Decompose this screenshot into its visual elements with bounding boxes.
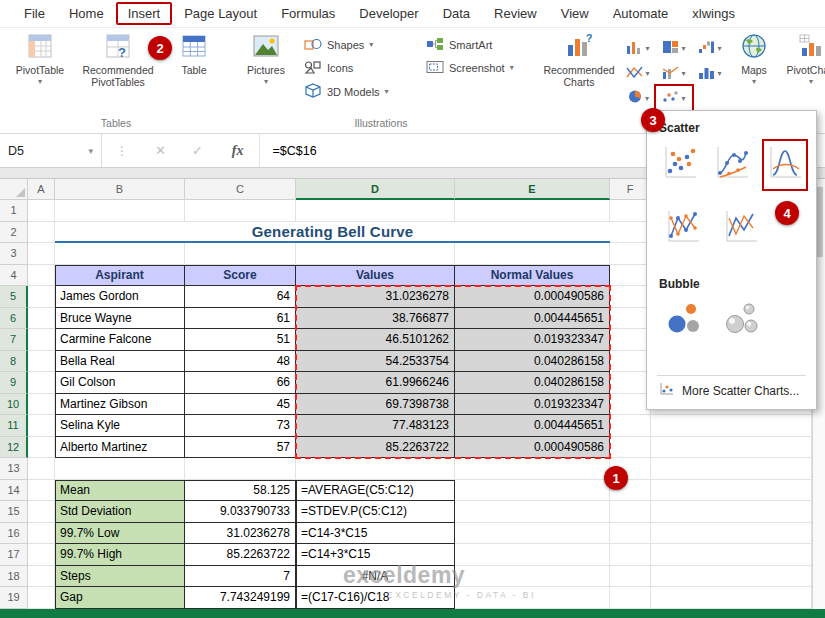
recommended-charts-button[interactable]: ? Recommended Charts xyxy=(538,28,620,89)
tab-page-layout[interactable]: Page Layout xyxy=(172,2,269,25)
cell-A13[interactable] xyxy=(28,458,55,480)
cell-D15[interactable]: =STDEV.P(C5:C12) xyxy=(296,501,455,523)
cell-D18[interactable]: #N/A xyxy=(296,566,455,588)
cell-D6[interactable]: 38.766877 xyxy=(296,308,455,330)
enter-icon[interactable]: ✓ xyxy=(179,143,216,158)
cell-E17[interactable] xyxy=(455,544,610,566)
cell-E10[interactable]: 0.019323347 xyxy=(455,394,610,416)
cell-D12[interactable]: 85.2263722 xyxy=(296,437,455,459)
cell-D1[interactable] xyxy=(296,200,455,222)
cell-C11[interactable]: 73 xyxy=(185,415,296,437)
recommended-pivottables-button[interactable]: ? Recommended PivotTables xyxy=(72,28,164,89)
cell-C1[interactable] xyxy=(185,200,296,222)
cell-E1[interactable] xyxy=(455,200,610,222)
cell-E3[interactable] xyxy=(455,243,610,265)
cell-D7[interactable]: 46.5101262 xyxy=(296,329,455,351)
cancel-icon[interactable]: ✕ xyxy=(142,143,179,158)
cell-C19[interactable]: 7.743249199 xyxy=(185,587,296,609)
cell-B13[interactable] xyxy=(55,458,185,480)
insert-combo-chart-button[interactable]: ▾ xyxy=(656,61,692,86)
cell-A17[interactable] xyxy=(28,544,55,566)
cell-G14[interactable] xyxy=(651,480,812,502)
row-header-16[interactable]: 16 xyxy=(0,523,28,545)
cell-B15[interactable]: Std Deviation xyxy=(55,501,185,523)
cell-B18[interactable]: Steps xyxy=(55,566,185,588)
more-scatter-charts-item[interactable]: More Scatter Charts... xyxy=(657,376,806,401)
column-header-D[interactable]: D xyxy=(296,179,455,200)
table-button[interactable]: Table xyxy=(164,28,224,76)
tab-home[interactable]: Home xyxy=(57,2,116,25)
row-header-8[interactable]: 8 xyxy=(0,351,28,373)
insert-waterfall-chart-button[interactable]: ▾ xyxy=(692,36,728,61)
row-header-3[interactable]: 3 xyxy=(0,243,28,265)
cell-C10[interactable]: 45 xyxy=(185,394,296,416)
name-box[interactable]: D5 ▾ xyxy=(0,134,102,167)
tab-formulas[interactable]: Formulas xyxy=(269,2,347,25)
cell-A3[interactable] xyxy=(28,243,55,265)
icons-button[interactable]: Icons xyxy=(304,60,418,76)
row-header-1[interactable]: 1 xyxy=(0,200,28,222)
column-header-F[interactable]: F xyxy=(610,179,651,200)
cell-F19[interactable] xyxy=(610,587,651,609)
cell-C14[interactable]: 58.125 xyxy=(185,480,296,502)
row-header-12[interactable]: 12 xyxy=(0,437,28,459)
cell-D13[interactable] xyxy=(296,458,455,480)
row-header-7[interactable]: 7 xyxy=(0,329,28,351)
row-header-19[interactable]: 19 xyxy=(0,587,28,609)
cell-D11[interactable]: 77.483123 xyxy=(296,415,455,437)
cell-B17[interactable]: 99.7% High xyxy=(55,544,185,566)
cell-F9[interactable] xyxy=(610,372,651,394)
tab-data[interactable]: Data xyxy=(431,2,482,25)
cell-E14[interactable] xyxy=(455,480,610,502)
insert-hierarchy-chart-button[interactable]: ▾ xyxy=(656,36,692,61)
tab-view[interactable]: View xyxy=(549,2,601,25)
row-header-2[interactable]: 2 xyxy=(0,222,28,244)
cell-A18[interactable] xyxy=(28,566,55,588)
bubble-3d-option[interactable] xyxy=(717,297,765,345)
cell-F3[interactable] xyxy=(610,243,651,265)
column-header-B[interactable]: B xyxy=(55,179,185,200)
cell-E13[interactable] xyxy=(455,458,610,480)
cell-F2[interactable] xyxy=(610,222,651,244)
cell-E18[interactable] xyxy=(455,566,610,588)
cell-E15[interactable] xyxy=(455,501,610,523)
insert-statistic-chart-button[interactable]: ▾ xyxy=(692,61,728,86)
cell-G18[interactable] xyxy=(651,566,812,588)
cell-F16[interactable] xyxy=(610,523,651,545)
cell-D14[interactable]: =AVERAGE(C5:C12) xyxy=(296,480,455,502)
cell-E6[interactable]: 0.004445651 xyxy=(455,308,610,330)
cell-B10[interactable]: Martinez Gibson xyxy=(55,394,185,416)
cell-A10[interactable] xyxy=(28,394,55,416)
cell-E11[interactable]: 0.004445651 xyxy=(455,415,610,437)
cell-A11[interactable] xyxy=(28,415,55,437)
cell-G13[interactable] xyxy=(651,458,812,480)
scatter-option-straight[interactable] xyxy=(717,205,765,253)
cell-A14[interactable] xyxy=(28,480,55,502)
cell-A2[interactable] xyxy=(28,222,55,244)
scatter-option-straight-markers[interactable] xyxy=(659,205,707,253)
shapes-button[interactable]: Shapes ▾ xyxy=(304,37,418,53)
cell-A4[interactable] xyxy=(28,265,55,287)
cell-B9[interactable]: Gil Colson xyxy=(55,372,185,394)
cell-A7[interactable] xyxy=(28,329,55,351)
cell-D8[interactable]: 54.2533754 xyxy=(296,351,455,373)
cell-B6[interactable]: Bruce Wayne xyxy=(55,308,185,330)
cell-D16[interactable]: =C14-3*C15 xyxy=(296,523,455,545)
tab-insert[interactable]: Insert xyxy=(116,2,173,25)
cell-E8[interactable]: 0.040286158 xyxy=(455,351,610,373)
row-header-5[interactable]: 5 xyxy=(0,286,28,308)
pivotchart-button[interactable]: PivotChart ▾ xyxy=(780,28,825,86)
pictures-button[interactable]: Pictures ▾ xyxy=(236,28,296,86)
cell-F6[interactable] xyxy=(610,308,651,330)
cell-D17[interactable]: =C14+3*C15 xyxy=(296,544,455,566)
cell-table-header-0[interactable]: Aspirant xyxy=(55,265,185,287)
cell-C5[interactable]: 64 xyxy=(185,286,296,308)
tab-developer[interactable]: Developer xyxy=(347,2,430,25)
cell-C3[interactable] xyxy=(185,243,296,265)
insert-function-icon[interactable]: fx xyxy=(216,143,260,159)
cell-F1[interactable] xyxy=(610,200,651,222)
tab-file[interactable]: File xyxy=(12,2,57,25)
smartart-button[interactable]: SmartArt xyxy=(426,37,526,53)
cell-C13[interactable] xyxy=(185,458,296,480)
cell-table-header-3[interactable]: Normal Values xyxy=(455,265,610,287)
